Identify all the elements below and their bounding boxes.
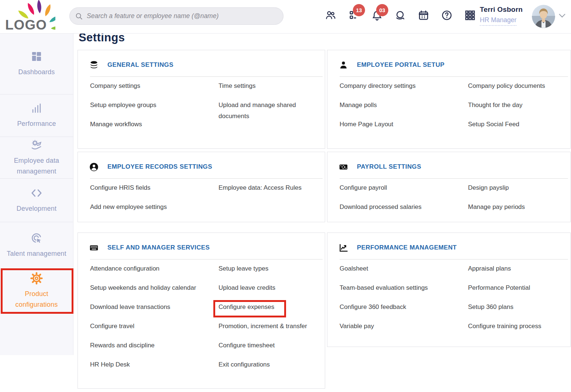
card-title: SELF AND MANAGER SERVICES [107, 244, 210, 251]
annotation-box-configure-expenses [213, 300, 286, 317]
card-title: EMPLOYEE PORTAL SETUP [357, 61, 444, 69]
settings-link[interactable]: Setup weekends and holiday calendar [90, 282, 219, 293]
settings-link[interactable]: Upload leave credits [219, 282, 320, 293]
card-title: PERFORMANCE MANAGEMENT [357, 244, 457, 251]
hand-gear-icon [30, 139, 43, 151]
sidebar-item-label: Performance [17, 118, 56, 129]
sidebar-item-development[interactable]: Development [0, 179, 73, 222]
directory-badge: 13 [353, 4, 365, 16]
calendar-icon[interactable] [418, 10, 429, 21]
card-self-and-manager-services: SELF AND MANAGER SERVICES Attendance con… [78, 233, 325, 389]
settings-link[interactable]: Company policy documents [468, 80, 566, 92]
user-info: Terri Osborn HR Manager [480, 6, 523, 26]
settings-link[interactable]: Download processed salaries [340, 202, 468, 213]
settings-link[interactable]: Manage pay periods [468, 202, 566, 213]
settings-link[interactable]: Configure HRIS fields [90, 182, 219, 193]
target-cursor-icon [30, 232, 43, 244]
apps-grid-icon[interactable] [464, 10, 476, 21]
chevron-down-icon[interactable] [558, 13, 566, 19]
code-icon [30, 187, 43, 199]
company-logo: LOGO [4, 0, 55, 33]
settings-link[interactable]: Setup 360 plans [468, 302, 566, 313]
settings-link[interactable]: Performance Potential [468, 282, 566, 293]
card-employee-portal-setup: EMPLOYEE PORTAL SETUP Company directory … [327, 50, 571, 149]
line-chart-icon [338, 243, 348, 253]
banknote-icon [338, 162, 348, 172]
bar-chart-icon [30, 102, 43, 114]
settings-link[interactable]: Configure timesheet [219, 340, 320, 351]
settings-link[interactable]: Setup leave types [219, 263, 320, 274]
settings-link[interactable]: Design payslip [468, 182, 566, 193]
settings-link[interactable]: Exit configurations [219, 359, 320, 370]
org-directory-icon[interactable]: 13 [348, 10, 360, 21]
annotation-box-product-configurations [1, 268, 73, 314]
person-circle-icon [89, 162, 99, 172]
card-performance-management: PERFORMANCE MANAGEMENT GoalsheetTeam-bas… [327, 233, 571, 347]
settings-link[interactable]: Manage workflows [90, 119, 219, 130]
notifications-bell-icon[interactable]: 03 [371, 10, 383, 21]
card-general-settings: GENERAL SETTINGS Company settingsSetup e… [78, 50, 325, 149]
settings-link[interactable]: Home Page Layout [340, 119, 468, 130]
settings-link[interactable]: Thought for the day [468, 100, 566, 111]
settings-link[interactable]: Upload and manage shared documents [219, 100, 320, 122]
settings-link[interactable]: Download leave transactions [90, 302, 219, 313]
top-bar: LOGO 13 [0, 0, 571, 34]
settings-link[interactable]: Appraisal plans [468, 263, 566, 274]
sidebar-item-label: Employee data management [3, 155, 70, 177]
settings-link[interactable]: Setup employee groups [90, 100, 219, 111]
avatar[interactable] [532, 5, 555, 28]
chat-icon[interactable] [395, 10, 406, 21]
settings-link[interactable]: Company settings [90, 80, 219, 92]
sidebar-item-talent-management[interactable]: Talent management [0, 222, 73, 268]
card-title: PAYROLL SETTINGS [357, 163, 421, 171]
logo-text: LOGO [5, 17, 47, 32]
sidebar-item-label: Talent management [7, 248, 66, 259]
notifications-badge: 03 [376, 4, 388, 16]
settings-link[interactable]: Attendance configuration [90, 263, 219, 274]
settings-link[interactable]: Rewards and discipline [90, 340, 219, 351]
settings-link[interactable]: Configure 360 feedback [340, 302, 468, 313]
settings-link[interactable]: Promotion, increment & transfer [219, 321, 320, 332]
database-icon [89, 60, 99, 70]
settings-link[interactable]: HR Help Desk [90, 359, 219, 370]
help-icon[interactable] [441, 10, 453, 21]
search-icon [75, 12, 83, 20]
sidebar-item-employee-data-management[interactable]: Employee data management [0, 137, 73, 179]
dashboard-icon [30, 50, 43, 63]
settings-link[interactable]: Team-based evaluation settings [340, 282, 468, 293]
sidebar-item-performance[interactable]: Performance [0, 94, 73, 137]
sidebar-item-label: Development [17, 203, 56, 214]
settings-link[interactable]: Goalsheet [340, 263, 468, 274]
person-icon [338, 60, 348, 70]
settings-link[interactable]: Configure travel [90, 321, 219, 332]
card-employee-records-settings: EMPLOYEE RECORDS SETTINGS Configure HRIS… [78, 152, 325, 222]
global-search [69, 7, 283, 25]
card-payroll-settings: PAYROLL SETTINGS Configure payrollDownlo… [327, 152, 571, 222]
user-role[interactable]: HR Manager [480, 16, 516, 26]
settings-link[interactable]: Configure payroll [340, 182, 468, 193]
settings-link[interactable]: Time settings [219, 80, 320, 92]
settings-link[interactable]: Variable pay [340, 321, 468, 332]
sidebar-item-dashboards[interactable]: Dashboards [0, 34, 73, 94]
settings-link[interactable]: Company directory settings [340, 80, 468, 92]
settings-link[interactable]: Setup Social Feed [468, 119, 566, 130]
people-icon[interactable] [325, 10, 336, 21]
search-input[interactable] [87, 12, 278, 20]
settings-link[interactable]: Employee data: Access Rules [219, 182, 320, 193]
settings-link[interactable]: Add new employee settings [90, 202, 219, 213]
keyboard-icon [89, 243, 99, 253]
user-name: Terri Osborn [480, 6, 523, 14]
card-title: GENERAL SETTINGS [107, 61, 173, 69]
settings-link[interactable]: Configure training process [468, 321, 566, 332]
settings-link[interactable]: Manage polls [340, 100, 468, 111]
sidebar-item-label: Dashboards [18, 67, 55, 78]
card-title: EMPLOYEE RECORDS SETTINGS [107, 163, 212, 171]
